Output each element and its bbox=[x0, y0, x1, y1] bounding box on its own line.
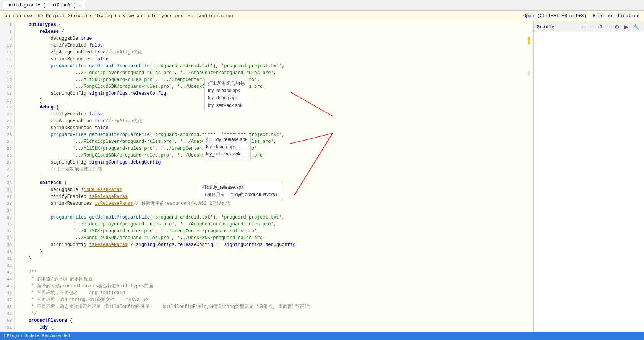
code-line: signingConfig signingConfigs.debugConfig bbox=[18, 159, 530, 166]
tab-label: build.gradle (:laiDianYi) bbox=[7, 3, 76, 8]
notification-bar: ou can use the Project Structure dialog … bbox=[0, 11, 644, 21]
line-number: 39 bbox=[2, 241, 12, 248]
line-number: 52 bbox=[2, 331, 12, 332]
line-number: 51 bbox=[2, 324, 12, 331]
code-line: } bbox=[18, 97, 530, 104]
line-number: 30 bbox=[2, 180, 12, 186]
plugin-update-notice[interactable]: ℹ Plugin Update Recommended bbox=[4, 334, 70, 338]
code-line: * 不同环境，添加string.xml资源文件 resValue bbox=[18, 296, 530, 303]
line-number: 11 bbox=[2, 49, 12, 56]
code-line: proguardFiles getDefaultProguardFile('pr… bbox=[18, 63, 530, 70]
line-number: 44 bbox=[2, 276, 12, 283]
line-number: 29 bbox=[2, 173, 12, 180]
line-number: 7 bbox=[2, 21, 12, 28]
line-number: 10 bbox=[2, 42, 12, 49]
code-line: release { bbox=[18, 28, 530, 35]
code-line: '../RongCloudSDK/proguard-rules.pro', '.… bbox=[18, 83, 530, 90]
tab-build-gradle[interactable]: build.gradle (:laiDianYi) ✕ bbox=[3, 1, 85, 10]
line-number: 41 bbox=[2, 255, 12, 262]
plugin-update-text: Plugin Update Recommended bbox=[7, 334, 70, 338]
code-line: '../AliSDK/proguard-rules.pro', '../Umen… bbox=[18, 228, 530, 235]
code-line: */ bbox=[18, 310, 530, 317]
gradle-panel-title: Gradle bbox=[537, 24, 555, 30]
gradle-tree[interactable] bbox=[534, 32, 644, 332]
line-number: 20 bbox=[2, 111, 12, 118]
code-line: minifyEnabled false bbox=[18, 111, 530, 118]
line-number: 8 bbox=[2, 28, 12, 35]
line-number: 34 bbox=[2, 207, 12, 214]
gradle-wrench-button[interactable]: 🔧 bbox=[631, 23, 641, 31]
code-line: shrinkResources false bbox=[18, 125, 530, 131]
code-line: } bbox=[18, 248, 530, 255]
line-number: 16 bbox=[2, 83, 12, 90]
line-number: 37 bbox=[2, 228, 12, 235]
line-number: 31 bbox=[2, 186, 12, 193]
gradle-remove-button[interactable]: − bbox=[589, 23, 595, 31]
tab-bar: build.gradle (:laiDianYi) ✕ bbox=[0, 0, 644, 11]
line-number: 19 bbox=[2, 104, 12, 111]
code-line: '../Pldroidplayer/proguard-rules.pro', '… bbox=[18, 221, 530, 228]
gradle-refresh-button[interactable]: ↺ bbox=[596, 23, 604, 31]
line-number: 36 bbox=[2, 221, 12, 228]
code-line: debug { bbox=[18, 104, 530, 111]
status-bar: ℹ Plugin Update Recommended bbox=[0, 332, 644, 340]
code-line: //用于定制项目使用打包 bbox=[18, 166, 530, 173]
line-number: 28 bbox=[2, 166, 12, 173]
code-container: 7891011121314151617181920212223242526272… bbox=[0, 21, 533, 332]
code-line: productFlavors { bbox=[18, 317, 530, 324]
code-line bbox=[18, 262, 530, 269]
code-line: } bbox=[18, 173, 530, 180]
info-icon: ℹ bbox=[4, 334, 5, 338]
code-line: shrinkResources isReleaseParam// 移除无用的re… bbox=[18, 200, 530, 207]
gradle-panel-header: Gradle + − ↺ ≡ ⚙ ▶ 🔧 bbox=[534, 21, 644, 32]
line-number: 18 bbox=[2, 97, 12, 104]
code-line bbox=[18, 207, 530, 214]
open-project-structure-link[interactable]: Open (Ctrl+Alt+Shift+S) bbox=[523, 13, 587, 19]
hide-notification-link[interactable]: Hide notification bbox=[593, 13, 639, 19]
code-line: minifyEnabled isReleaseParam bbox=[18, 193, 530, 200]
code-line: signingConfig signingConfigs.releaseConf… bbox=[18, 90, 530, 97]
line-number: 15 bbox=[2, 76, 12, 83]
code-line: zipAlignEnabled true//zipAlign优化 bbox=[18, 49, 530, 56]
line-number: 23 bbox=[2, 131, 12, 138]
code-line: selfPack { bbox=[18, 180, 530, 186]
line-number: 21 bbox=[2, 118, 12, 125]
code-line: '../Pldroidplayer/proguard-rules.pro', '… bbox=[18, 138, 530, 145]
line-number: 32 bbox=[2, 193, 12, 200]
line-number: 43 bbox=[2, 269, 12, 276]
line-number: 12 bbox=[2, 56, 12, 63]
line-number: 46 bbox=[2, 290, 12, 296]
code-line: ldy { bbox=[18, 324, 530, 331]
code-line: shrinkResources false bbox=[18, 56, 530, 63]
gradle-add-button[interactable]: + bbox=[581, 23, 587, 31]
code-line: signingConfig isReleaseParam ? signingCo… bbox=[18, 241, 530, 248]
line-number: 25 bbox=[2, 145, 12, 152]
code-line: debuggable true bbox=[18, 35, 530, 42]
line-number: 50 bbox=[2, 317, 12, 324]
code-line: // 每个环境包名不同 bbox=[18, 331, 530, 332]
line-number: 40 bbox=[2, 248, 12, 255]
code-line: /** bbox=[18, 269, 530, 276]
line-number: 38 bbox=[2, 235, 12, 241]
code-editor[interactable]: 7891011121314151617181920212223242526272… bbox=[0, 21, 533, 332]
line-number: 27 bbox=[2, 159, 12, 166]
line-number: 33 bbox=[2, 200, 12, 207]
gradle-settings-button[interactable]: ⚙ bbox=[613, 23, 621, 31]
line-number: 47 bbox=[2, 296, 12, 303]
code-line: proguardFiles getDefaultProguardFile('pr… bbox=[18, 131, 530, 138]
gradle-run-button[interactable]: ▶ bbox=[623, 23, 630, 31]
code-line: '../AliSDK/proguard-rules.pro', '../Umen… bbox=[18, 145, 530, 152]
code-line: debuggable !isReleaseParam bbox=[18, 186, 530, 193]
gradle-list-button[interactable]: ≡ bbox=[605, 23, 612, 31]
line-number: 17 bbox=[2, 90, 12, 97]
tab-close-button[interactable]: ✕ bbox=[78, 3, 81, 8]
gradle-panel: Gradle + − ↺ ≡ ⚙ ▶ 🔧 bbox=[533, 21, 644, 332]
code-line: * 不同环境，动态修改指定的常量（BuildConfig的变量） buildCo… bbox=[18, 303, 530, 310]
code-line: '../RongCloudSDK/proguard-rules.pro', '.… bbox=[18, 152, 530, 159]
line-number: 22 bbox=[2, 125, 12, 131]
code-line: * 不同环境，不同包名 applicationId bbox=[18, 290, 530, 296]
code-line: zipAlignEnabled true//zipAlign优化 bbox=[18, 118, 530, 125]
code-line: } bbox=[18, 255, 530, 262]
line-numbers: 7891011121314151617181920212223242526272… bbox=[0, 21, 15, 332]
line-number: 14 bbox=[2, 70, 12, 76]
